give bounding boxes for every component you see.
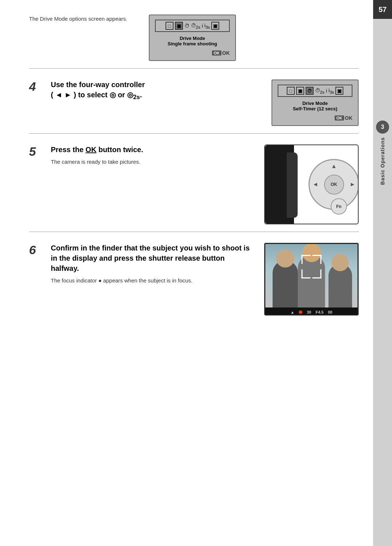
drive-mode-label-1: Drive Mode bbox=[155, 36, 230, 41]
right-sidebar: 57 3 Basic Operations bbox=[373, 0, 392, 546]
step4-number: 4 bbox=[29, 80, 47, 93]
dpad-ok-button[interactable]: OK bbox=[324, 175, 344, 195]
step6-content: Confirm in the finder that the subject y… bbox=[51, 243, 253, 285]
icon-timer2: ⏱2s bbox=[191, 23, 200, 29]
step6-image: ▲ 30 F4.5 00 bbox=[264, 243, 359, 315]
icon2-timer1: ⏱ bbox=[306, 87, 314, 95]
icon2-single: □ bbox=[287, 87, 295, 95]
status-dot bbox=[299, 310, 302, 314]
drive-mode-value-1: Single frame shooting bbox=[155, 41, 230, 46]
photo-scene bbox=[265, 244, 358, 307]
step4-title: Use the four-way controller ( ◄ ► ) to s… bbox=[51, 80, 261, 101]
step6-title: Confirm in the finder that the subject y… bbox=[51, 243, 253, 273]
photo-mockup: ▲ 30 F4.5 00 bbox=[264, 243, 359, 315]
step5-title: Press the OK button twice. bbox=[51, 144, 253, 155]
dpad-left-arrow: ◄ bbox=[313, 181, 318, 188]
icon2-remote2: i3s bbox=[328, 87, 334, 94]
icon-burst: ▣ bbox=[175, 22, 183, 30]
step4-content: Use the four-way controller ( ◄ ► ) to s… bbox=[51, 80, 261, 104]
step5-content: Press the OK button twice. The camera is… bbox=[51, 144, 253, 166]
drive-screen-text-1: Drive Mode Single frame shooting bbox=[155, 36, 230, 46]
icon-timer1: ⏱ bbox=[184, 23, 189, 29]
drive-mode-value-2: Self-Timer (12 secs) bbox=[278, 106, 352, 111]
status-shots: 00 bbox=[328, 310, 332, 314]
main-content: The Drive Mode options screen appears. □… bbox=[0, 0, 373, 546]
drive-screen-ok-1: OK OK bbox=[155, 50, 230, 56]
camera-body-grip bbox=[287, 152, 298, 218]
person-left bbox=[273, 260, 298, 307]
focus-bracket-tr bbox=[313, 255, 322, 264]
drive-screen-2: □ ▣ ⏱ ⏱2s i i3s ▣ Drive Mode Self-Timer … bbox=[271, 80, 359, 126]
dpad-ok-label: OK bbox=[331, 182, 337, 187]
intro-text: The Drive Mode options screen appears. bbox=[29, 15, 138, 23]
ok-text-1: OK bbox=[222, 50, 230, 56]
ok-box-2: OK bbox=[335, 115, 344, 121]
icon-remote: i bbox=[202, 23, 203, 29]
icon-row-2: □ ▣ ⏱ ⏱2s i i3s ▣ bbox=[278, 85, 352, 97]
step4-screen2: □ ▣ ⏱ ⏱2s i i3s ▣ Drive Mode Self-Timer … bbox=[271, 80, 359, 126]
drive-screen-1: □ ▣ ⏱ ⏱2s i i3s ▣ Drive Mode Single fram… bbox=[149, 15, 236, 61]
drive-mode-label-2: Drive Mode bbox=[278, 101, 352, 106]
step4-title-line2: ( ◄ ► ) to select ◎ or ◎2s. bbox=[51, 91, 142, 99]
focus-bracket-tl bbox=[302, 255, 311, 264]
icon-row-1: □ ▣ ⏱ ⏱2s i i3s ▣ bbox=[155, 20, 230, 32]
step6-number: 6 bbox=[29, 244, 47, 256]
drive-screen-text-2: Drive Mode Self-Timer (12 secs) bbox=[278, 101, 352, 111]
intro-section: The Drive Mode options screen appears. □… bbox=[29, 11, 359, 68]
ok-box-1: OK bbox=[212, 50, 222, 56]
step5-section: 5 Press the OK button twice. The camera … bbox=[29, 133, 359, 232]
chapter-label: Basic Operations bbox=[380, 137, 385, 185]
icon2-timer2: ⏱2s bbox=[315, 87, 324, 94]
step5-number: 5 bbox=[29, 145, 47, 158]
status-aperture: F4.5 bbox=[315, 310, 323, 314]
icon2-burst: ▣ bbox=[296, 87, 304, 95]
icon2-bracket: ▣ bbox=[335, 87, 343, 95]
status-shutter: 30 bbox=[307, 310, 311, 314]
step4-title-line1: Use the four-way controller bbox=[51, 81, 145, 89]
camera-control: ▲ ▼ ◄ ► OK Fn bbox=[264, 144, 359, 224]
icon-bracket: ▣ bbox=[211, 22, 219, 30]
photo-status-bar: ▲ 30 F4.5 00 bbox=[265, 307, 358, 315]
fn-label: Fn bbox=[336, 204, 342, 209]
focus-bracket-br bbox=[313, 269, 322, 278]
focus-bracket-bl bbox=[302, 269, 311, 278]
step5-body: The camera is ready to take pictures. bbox=[51, 158, 253, 166]
dpad-up-arrow: ▲ bbox=[331, 163, 337, 170]
drive-screen-ok-2: OK OK bbox=[278, 115, 352, 121]
step4-section: 4 Use the four-way controller ( ◄ ► ) to… bbox=[29, 68, 359, 133]
ok-text-2: OK bbox=[345, 115, 352, 121]
step6-body: The focus indicator ● appears when the s… bbox=[51, 276, 253, 285]
dpad-right-arrow: ► bbox=[350, 181, 355, 188]
page-number: 57 bbox=[373, 0, 392, 19]
icon-single: □ bbox=[166, 22, 173, 30]
step6-section: 6 Confirm in the finder that the subject… bbox=[29, 232, 359, 323]
icon-remote2: i3s bbox=[204, 23, 210, 29]
icon2-remote: i bbox=[326, 88, 327, 94]
fn-button[interactable]: Fn bbox=[331, 198, 347, 215]
chapter-badge: 3 bbox=[376, 121, 389, 134]
person-right bbox=[328, 264, 352, 307]
step5-image: ▲ ▼ ◄ ► OK Fn bbox=[264, 144, 359, 224]
status-flash: ▲ bbox=[290, 310, 294, 314]
